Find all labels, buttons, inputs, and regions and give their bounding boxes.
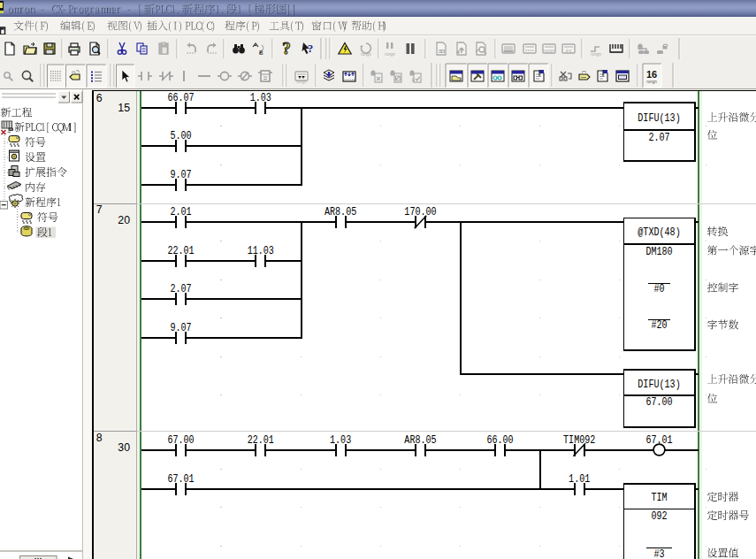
svg-text:1.03: 1.03 <box>250 92 271 104</box>
svg-text:d-p: d-p <box>566 49 572 53</box>
svg-text:67.01: 67.01 <box>645 434 672 447</box>
svg-text:#20: #20 <box>651 319 667 332</box>
svg-text:9.07: 9.07 <box>170 169 191 181</box>
svg-text:66.00: 66.00 <box>486 434 513 447</box>
svg-text:rongn: rongn <box>591 52 601 57</box>
svg-text:1.03: 1.03 <box>330 434 351 447</box>
svg-text:67.01: 67.01 <box>167 473 194 486</box>
svg-text:#3: #3 <box>653 548 664 559</box>
svg-text:15: 15 <box>118 102 130 114</box>
svg-text:67.00: 67.00 <box>645 396 672 409</box>
svg-text:20: 20 <box>118 214 130 226</box>
svg-text:DIFU(13): DIFU(13) <box>638 379 680 391</box>
svg-text:30: 30 <box>118 441 130 454</box>
svg-text:rongn: rongn <box>385 52 395 57</box>
svg-text:5.00: 5.00 <box>170 130 191 142</box>
svg-text:rongn: rongn <box>646 80 657 84</box>
svg-text:DIFU(13): DIFU(13) <box>638 112 680 125</box>
svg-text:#0: #0 <box>653 283 664 295</box>
svg-text:TIM: TIM <box>651 492 667 504</box>
svg-text:22.01: 22.01 <box>248 434 274 447</box>
svg-text:67.00: 67.00 <box>167 434 194 447</box>
svg-text:66.07: 66.07 <box>167 92 194 104</box>
svg-text:TIM092: TIM092 <box>563 434 595 447</box>
svg-text:9.07: 9.07 <box>170 322 191 334</box>
svg-text:2.01: 2.01 <box>170 206 191 218</box>
svg-text:DM180: DM180 <box>645 246 672 258</box>
svg-text:1.01: 1.01 <box>569 473 590 486</box>
svg-text:B: B <box>259 50 263 56</box>
svg-text:22.01: 22.01 <box>167 245 194 257</box>
svg-text:?: ? <box>282 39 291 57</box>
svg-text:2.07: 2.07 <box>648 132 669 144</box>
svg-text:16: 16 <box>646 69 657 80</box>
svg-text:rongn: rongn <box>361 52 371 57</box>
svg-text:7: 7 <box>96 203 103 216</box>
svg-text:rongn: rongn <box>544 49 554 53</box>
svg-text:AR8.05: AR8.05 <box>325 206 356 218</box>
svg-text:AR8.05: AR8.05 <box>404 434 436 447</box>
svg-text:2.07: 2.07 <box>170 283 191 295</box>
svg-text:6: 6 <box>96 92 103 104</box>
svg-text:170.00: 170.00 <box>404 206 436 218</box>
svg-text:092: 092 <box>651 510 667 523</box>
svg-text:8: 8 <box>96 432 103 444</box>
svg-text:rongn: rongn <box>296 80 307 84</box>
svg-text:?: ? <box>308 42 314 55</box>
svg-text:@TXD(48): @TXD(48) <box>638 226 680 239</box>
svg-text:11.03: 11.03 <box>248 245 274 257</box>
